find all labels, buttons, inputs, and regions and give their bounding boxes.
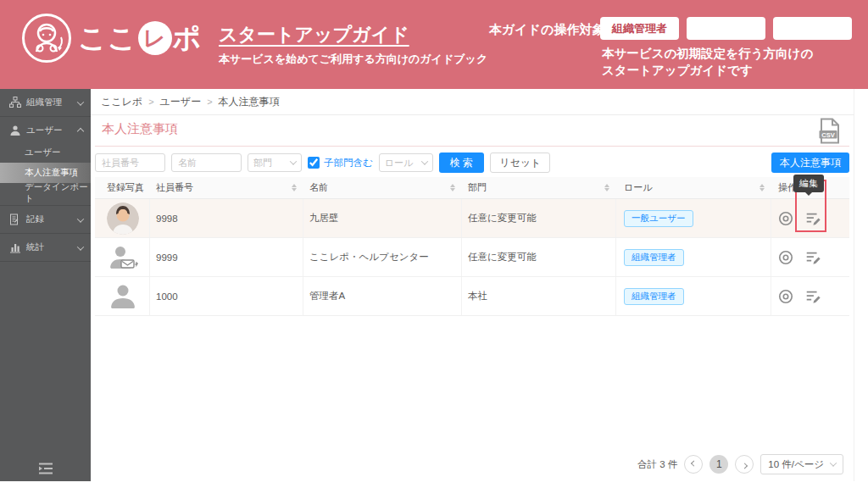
sidebar-item-org-management[interactable]: 組織管理 (0, 91, 91, 114)
bottom-strip (0, 481, 868, 488)
sidebar-item-label: ユーザー (26, 125, 63, 136)
avatar-placeholder (107, 280, 139, 313)
employee-id-input[interactable] (95, 153, 165, 172)
sidebar-subitem-label: ユーザー (25, 147, 61, 158)
pagination: 合計 3 件 1 10 件/ページ (637, 454, 843, 474)
sidebar-item-label: 組織管理 (26, 97, 62, 108)
chevron-down-icon (421, 158, 428, 164)
sidebar-subitem-data-import[interactable]: データインポート (0, 183, 91, 203)
add-personal-note-button[interactable]: 本人注意事項 (771, 152, 849, 173)
stats-icon (9, 241, 21, 253)
svg-text:CSV: CSV (821, 131, 834, 139)
cell-employee-id: 9998 (156, 214, 178, 224)
view-icon[interactable] (778, 289, 793, 304)
sidebar-item-user[interactable]: ユーザー (0, 119, 91, 142)
breadcrumb-item-home[interactable]: ここレポ (101, 95, 142, 109)
filter-toolbar: 部門 子部門含む ロール 検 索 リセット 本人注意事項 (95, 152, 849, 174)
sidebar-item-label: 統計 (26, 241, 44, 253)
department-select[interactable]: 部門 (248, 153, 302, 172)
org-chart-icon (9, 97, 21, 108)
record-icon (9, 214, 21, 225)
table-header-row: 登録写真 社員番号 名前 部門 ロール 操作 (95, 177, 849, 199)
edit-tooltip: 編集 (793, 175, 824, 192)
sidebar-item-label: 記録 (26, 214, 44, 225)
prev-page-button[interactable] (684, 455, 703, 474)
column-header-employee-id[interactable]: 社員番号 (156, 181, 193, 194)
column-header-department[interactable]: 部門 (468, 181, 487, 194)
page-size-value: 10 件/ページ (768, 458, 824, 471)
search-button[interactable]: 検 索 (439, 152, 484, 173)
guide-description-line1: 本サービスの初期設定を行う方向けの (602, 45, 813, 62)
logo-text-after: ポ (173, 19, 203, 58)
target-badge-org-admin: 組織管理者 (600, 17, 679, 40)
cell-name: 九居壁 (309, 212, 339, 225)
app-logo: ここ レ ポ (22, 14, 202, 63)
page-title: 本人注意事項 (102, 121, 178, 137)
name-input[interactable] (171, 153, 242, 172)
sort-icon[interactable] (604, 184, 609, 191)
department-select-value: 部門 (253, 157, 272, 169)
edit-icon[interactable] (804, 210, 821, 227)
app-window: ここ レ ポ スタートアップガイド 本サービスを始めてご利用する方向けのガイドブ… (0, 0, 868, 488)
avatar-placeholder-mail (107, 241, 139, 274)
chevron-up-icon (78, 125, 83, 136)
role-badge: 組織管理者 (624, 249, 684, 266)
chevron-down-icon (78, 214, 83, 225)
next-page-button[interactable] (735, 455, 754, 474)
sort-icon[interactable] (760, 184, 765, 191)
cell-employee-id: 1000 (156, 291, 178, 302)
role-badge: 組織管理者 (624, 288, 684, 305)
breadcrumb-separator: > (148, 97, 153, 107)
cell-name: 管理者A (309, 290, 345, 302)
column-header-photo: 登録写真 (107, 181, 144, 194)
right-gutter (854, 89, 868, 481)
sidebar-subitem-label: 本人注意事項 (25, 167, 78, 179)
page-header: ここ レ ポ スタートアップガイド 本サービスを始めてご利用する方向けのガイドブ… (0, 0, 868, 89)
sidebar-subitem-personal-notes[interactable]: 本人注意事項 (0, 163, 91, 183)
target-badge-2 (687, 17, 765, 40)
page-number-1[interactable]: 1 (709, 455, 728, 474)
view-icon[interactable] (778, 250, 793, 265)
table-row: 9999 ここレポ・ヘルプセンター 任意に変更可能 組織管理者 (95, 238, 849, 277)
breadcrumb-item-current: 本人注意事項 (219, 95, 280, 109)
cell-department: 任意に変更可能 (468, 212, 537, 225)
reset-button[interactable]: リセット (490, 152, 550, 173)
cell-name: ここレポ・ヘルプセンター (309, 251, 429, 263)
sort-icon[interactable] (450, 184, 455, 191)
chevron-down-icon (78, 97, 83, 108)
logo-text-before: ここ (78, 19, 137, 58)
breadcrumb-item-users[interactable]: ユーザー (160, 95, 202, 109)
chevron-down-icon (830, 459, 837, 466)
view-icon[interactable] (778, 211, 793, 226)
sort-icon[interactable] (292, 184, 297, 191)
target-badge-3 (773, 17, 852, 40)
table-row: 9998 九居壁 任意に変更可能 一般ユーザー (95, 199, 849, 238)
avatar (107, 202, 139, 235)
cell-employee-id: 9999 (156, 252, 178, 263)
chevron-down-icon (290, 158, 297, 164)
chevron-down-icon (78, 242, 83, 252)
menu-fold-icon[interactable] (0, 463, 91, 474)
edit-icon[interactable] (804, 288, 821, 305)
sidebar-subitem-users[interactable]: ユーザー (0, 142, 91, 163)
main-content: ここレポ > ユーザー > 本人注意事項 本人注意事項 CSV (91, 89, 854, 481)
cell-department: 本社 (468, 290, 487, 302)
guide-subtitle: 本サービスを始めてご利用する方向けのガイドブック (219, 52, 487, 67)
edit-icon[interactable] (804, 249, 821, 266)
sidebar: 組織管理 ユーザー ユーザー 本人注意事項 (0, 89, 91, 481)
guide-target-label: 本ガイドの操作対象 (489, 22, 604, 38)
sidebar-item-records[interactable]: 記録 (0, 208, 91, 231)
csv-export-icon[interactable]: CSV (818, 118, 841, 147)
column-header-name[interactable]: 名前 (309, 181, 328, 194)
breadcrumb-separator: > (207, 97, 212, 107)
guide-description: 本サービスの初期設定を行う方向けの スタートアップガイドです (602, 45, 813, 79)
logo-circle: レ (138, 21, 172, 55)
role-badge: 一般ユーザー (624, 210, 693, 227)
pagination-total: 合計 3 件 (637, 458, 677, 471)
sidebar-item-statistics[interactable]: 統計 (0, 236, 91, 259)
role-select[interactable]: ロール (379, 153, 433, 172)
column-header-role[interactable]: ロール (624, 181, 653, 194)
page-size-select[interactable]: 10 件/ページ (760, 454, 843, 474)
include-sub-departments-checkbox[interactable] (308, 157, 320, 169)
logo-text: ここ レ ポ (78, 19, 202, 58)
